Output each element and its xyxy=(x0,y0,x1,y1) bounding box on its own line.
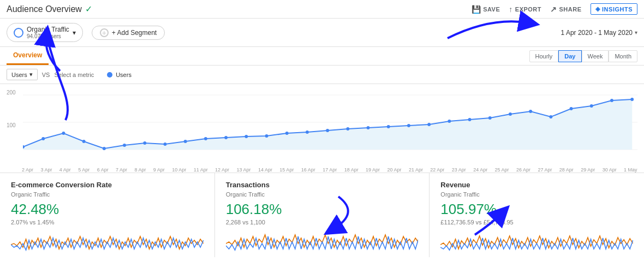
svg-point-15 xyxy=(265,134,269,138)
svg-point-23 xyxy=(427,123,431,126)
day-button[interactable]: Day xyxy=(558,50,581,62)
x-label: 9 Apr xyxy=(153,167,165,173)
svg-point-14 xyxy=(245,135,248,138)
svg-point-22 xyxy=(407,124,410,127)
x-label: 11 Apr xyxy=(194,167,208,173)
share-label: SHARE xyxy=(559,6,582,13)
card-ecommerce: E-commerce Conversion Rate Organic Traff… xyxy=(0,173,215,257)
segment-bar: Organic Traffic 94.07% Users ▾ + + Add S… xyxy=(0,19,644,47)
tab-overview-label: Overview xyxy=(13,51,42,59)
legend-label: Users xyxy=(116,72,132,78)
x-axis: 2 Apr 3 Apr 4 Apr 5 Apr 6 Apr 7 Apr 8 Ap… xyxy=(0,166,644,173)
segment-pill[interactable]: Organic Traffic 94.07% Users ▾ xyxy=(7,23,83,42)
segment-name: Organic Traffic xyxy=(27,26,69,33)
share-button[interactable]: ↗ SHARE xyxy=(550,5,582,14)
card-title-revenue: Revenue xyxy=(440,181,633,189)
x-label: 1 May xyxy=(624,167,637,173)
card-metric-ecommerce: 42.48% xyxy=(11,201,204,218)
month-button[interactable]: Month xyxy=(609,50,637,62)
x-label: 10 Apr xyxy=(172,167,186,173)
metric-selector: Users ▾ VS Select a metric Users xyxy=(0,66,644,84)
svg-point-16 xyxy=(285,132,289,135)
add-segment-label: + Add Segment xyxy=(112,29,157,37)
x-label: 24 Apr xyxy=(473,167,487,173)
x-label: 22 Apr xyxy=(430,167,444,173)
card-comparison-ecommerce: 2.07% vs 1.45% xyxy=(11,219,204,225)
segment-chevron: ▾ xyxy=(73,29,76,37)
x-label: 21 Apr xyxy=(409,167,423,173)
svg-point-17 xyxy=(306,130,309,134)
svg-point-3 xyxy=(21,145,25,149)
vs-label: VS xyxy=(42,72,50,78)
svg-point-12 xyxy=(204,137,207,140)
header-right: 💾 SAVE ↑ EXPORT ↗ SHARE ◈ INSIGHTS xyxy=(472,3,637,15)
date-range-picker[interactable]: 1 Apr 2020 - 1 May 2020 ▾ xyxy=(561,29,637,37)
chart-svg xyxy=(7,84,637,161)
card-comparison-transactions: 2,268 vs 1,100 xyxy=(226,219,419,225)
share-icon: ↗ xyxy=(550,5,557,14)
legend-dot xyxy=(107,72,112,78)
save-button[interactable]: 💾 SAVE xyxy=(472,5,500,14)
insights-button[interactable]: ◈ INSIGHTS xyxy=(591,3,637,15)
x-label: 16 Apr xyxy=(301,167,315,173)
segment-sub: 94.07% Users xyxy=(27,33,69,39)
x-label: 14 Apr xyxy=(258,167,272,173)
select-metric-label: Select a metric xyxy=(54,72,94,78)
week-button[interactable]: Week xyxy=(582,50,609,62)
segment-circle xyxy=(14,28,23,38)
cards-row: E-commerce Conversion Rate Organic Traff… xyxy=(0,173,644,257)
card-metric-revenue: 105.97% xyxy=(440,201,633,218)
export-button[interactable]: ↑ EXPORT xyxy=(509,5,541,14)
x-label: 8 Apr xyxy=(134,167,146,173)
legend: Users xyxy=(107,72,132,78)
card-subtitle-ecommerce: Organic Traffic xyxy=(11,191,204,198)
mini-chart-revenue xyxy=(440,228,633,253)
card-subtitle-revenue: Organic Traffic xyxy=(440,191,633,198)
add-segment-button[interactable]: + + Add Segment xyxy=(92,26,165,40)
metric-dropdown[interactable]: Users ▾ xyxy=(7,69,38,80)
y-axis: 200 100 xyxy=(7,90,16,155)
svg-point-11 xyxy=(184,140,187,143)
svg-point-26 xyxy=(488,116,492,120)
dropdown-arrow: ▾ xyxy=(29,71,33,78)
svg-point-7 xyxy=(103,147,106,150)
save-icon: 💾 xyxy=(472,5,481,14)
chevron-down-icon: ▾ xyxy=(635,29,637,35)
svg-point-6 xyxy=(82,140,86,143)
tab-overview[interactable]: Overview xyxy=(7,47,49,65)
header-bar: Audience Overview ✓ 💾 SAVE ↑ EXPORT ↗ SH… xyxy=(0,0,644,19)
x-label: 25 Apr xyxy=(495,167,509,173)
y-200: 200 xyxy=(7,90,16,96)
x-label: 4 Apr xyxy=(59,167,71,173)
card-title-ecommerce: E-commerce Conversion Rate xyxy=(11,181,204,189)
plus-icon: + xyxy=(100,28,109,37)
x-label: 30 Apr xyxy=(603,167,617,173)
verified-icon: ✓ xyxy=(85,4,92,14)
svg-point-27 xyxy=(509,112,512,116)
x-label: 29 Apr xyxy=(581,167,595,173)
header-left: Audience Overview ✓ xyxy=(7,4,92,14)
x-label: 23 Apr xyxy=(452,167,466,173)
svg-point-31 xyxy=(590,104,593,108)
svg-point-5 xyxy=(62,132,65,135)
export-icon: ↑ xyxy=(509,5,513,14)
card-subtitle-transactions: Organic Traffic xyxy=(226,191,419,198)
svg-point-29 xyxy=(549,115,552,118)
x-label: 20 Apr xyxy=(387,167,401,173)
card-revenue: Revenue Organic Traffic 105.97% £112,736… xyxy=(430,173,644,257)
svg-point-33 xyxy=(630,98,634,101)
page-title: Audience Overview xyxy=(7,4,82,14)
hourly-button[interactable]: Hourly xyxy=(529,50,559,62)
x-label: 5 Apr xyxy=(78,167,90,173)
time-controls: Hourly Day Week Month xyxy=(529,50,637,62)
date-range-label: 1 Apr 2020 - 1 May 2020 xyxy=(561,29,633,37)
card-title-transactions: Transactions xyxy=(226,181,419,189)
metric-label: Users xyxy=(11,72,27,78)
x-label: 6 Apr xyxy=(97,167,109,173)
x-label: 17 Apr xyxy=(323,167,337,173)
x-label: 28 Apr xyxy=(559,167,574,173)
x-label: 2 Apr xyxy=(22,167,33,173)
export-label: EXPORT xyxy=(515,6,541,13)
chart-area: 200 100 xyxy=(0,84,644,166)
insights-icon: ◈ xyxy=(595,5,600,13)
